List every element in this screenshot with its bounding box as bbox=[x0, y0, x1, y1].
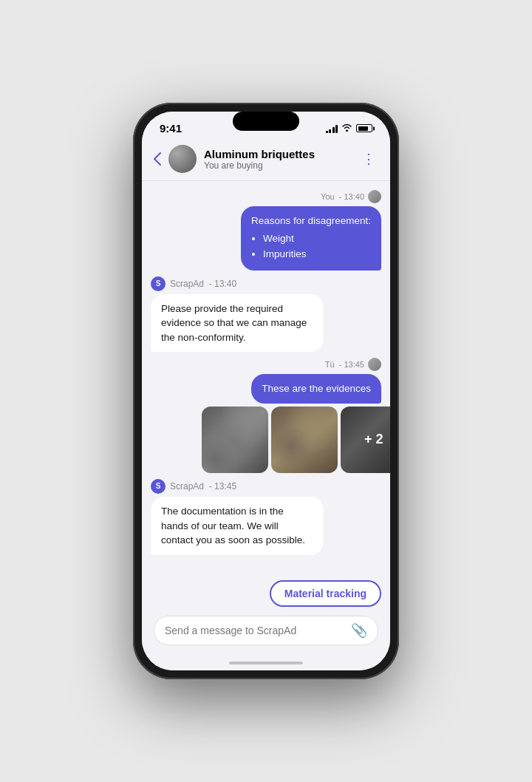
evidence-image-more[interactable]: + 2 bbox=[341, 407, 390, 473]
message-meta: Tú - 13:45 bbox=[325, 358, 381, 371]
attach-icon[interactable]: 📎 bbox=[351, 622, 367, 639]
list-item: Weight bbox=[263, 231, 371, 246]
wifi-icon bbox=[341, 123, 352, 134]
bubble-text: The documentation is in the hands of our… bbox=[161, 506, 305, 545]
home-bar bbox=[229, 662, 303, 664]
phone-frame: 9:41 bbox=[133, 103, 399, 679]
list-item: Impurities bbox=[263, 247, 371, 262]
more-button[interactable]: ⋮ bbox=[359, 148, 378, 170]
evidence-image-1[interactable] bbox=[202, 407, 268, 473]
evidence-image-grid: + 2 bbox=[202, 407, 381, 473]
message-sender-time: Tú - 13:45 bbox=[325, 360, 364, 369]
bubble-text: Please provide the required evidence so … bbox=[161, 303, 307, 343]
evidence-image-2[interactable] bbox=[271, 407, 338, 473]
chat-title: Aluminum briquettes bbox=[204, 148, 352, 160]
scrap-ad-icon: S bbox=[151, 479, 166, 494]
outgoing-bubble: These are the evidences bbox=[251, 374, 381, 404]
message-row: S ScrapAd - 13:45 The documentation is i… bbox=[151, 479, 381, 555]
phone-screen: 9:41 bbox=[142, 112, 390, 670]
user-avatar-small bbox=[368, 190, 381, 203]
message-row: You - 13:40 Reasons for disagreement: We… bbox=[151, 190, 381, 271]
signal-bars-icon bbox=[326, 124, 338, 133]
bubble-list: Weight Impurities bbox=[251, 231, 371, 262]
chat-header: Aluminum briquettes You are buying ⋮ bbox=[142, 139, 390, 181]
chat-area: You - 13:40 Reasons for disagreement: We… bbox=[142, 181, 390, 574]
incoming-bubble: The documentation is in the hands of our… bbox=[151, 497, 324, 555]
back-button[interactable] bbox=[154, 152, 161, 166]
scrap-ad-icon: S bbox=[151, 276, 166, 291]
user-avatar-small bbox=[368, 358, 381, 371]
message-input[interactable] bbox=[165, 625, 351, 636]
home-indicator bbox=[142, 657, 390, 670]
scrap-sender: S ScrapAd - 13:45 bbox=[151, 479, 236, 494]
bubble-text: These are the evidences bbox=[262, 383, 371, 394]
material-tracking-button[interactable]: Material tracking bbox=[270, 580, 381, 607]
bubble-text: Reasons for disagreement: bbox=[251, 215, 371, 226]
outgoing-bubble: Reasons for disagreement: Weight Impurit… bbox=[241, 206, 381, 271]
scrap-sender: S ScrapAd - 13:40 bbox=[151, 276, 236, 291]
message-row: S ScrapAd - 13:40 Please provide the req… bbox=[151, 276, 381, 353]
chat-subtitle: You are buying bbox=[204, 160, 352, 171]
status-time: 9:41 bbox=[160, 122, 182, 135]
header-info: Aluminum briquettes You are buying bbox=[204, 148, 352, 171]
message-meta: You - 13:40 bbox=[321, 190, 381, 203]
scrap-sender-time: ScrapAd - 13:45 bbox=[170, 481, 236, 492]
message-row: Tú - 13:45 These are the evidences + 2 bbox=[151, 358, 381, 473]
scrap-sender-time: ScrapAd - 13:40 bbox=[170, 279, 236, 289]
avatar bbox=[168, 145, 197, 173]
tracking-area: Material tracking bbox=[142, 574, 390, 610]
incoming-bubble: Please provide the required evidence so … bbox=[151, 294, 324, 353]
message-input-area: 📎 bbox=[142, 610, 390, 657]
dynamic-island bbox=[233, 112, 299, 131]
message-sender-time: You - 13:40 bbox=[321, 192, 364, 201]
status-icons bbox=[326, 123, 373, 134]
message-input-container: 📎 bbox=[154, 616, 378, 645]
image-count-overlay: + 2 bbox=[364, 432, 383, 447]
battery-icon bbox=[356, 124, 372, 132]
